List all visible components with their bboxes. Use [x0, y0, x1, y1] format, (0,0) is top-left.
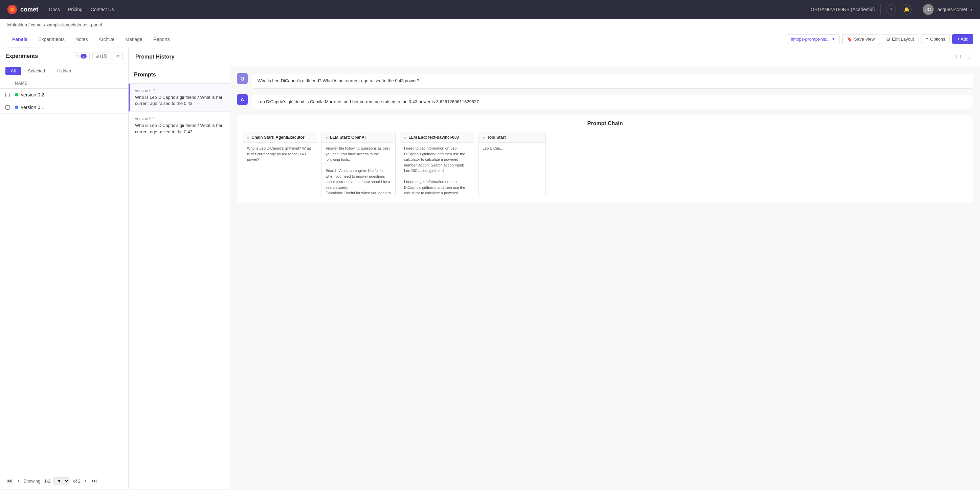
chain-card-1: Chain Start: AgentExecutor Who is Leo Di…	[243, 132, 317, 197]
chain-card-title-1: Chain Start: AgentExecutor	[251, 135, 304, 140]
sidebar-header: Experiments ⇅ 2 ⊞ (15) ⚙	[0, 48, 128, 64]
chain-card-3: LLM End: text-davinci-003 I need to get …	[400, 132, 474, 197]
detail-column: Q Who is Leo DiCaprio's girlfriend? What…	[230, 66, 980, 488]
prompts-column: Prompts version 0.2 Who is Leo DiCaprio'…	[129, 66, 230, 488]
grid-count: (15)	[100, 54, 107, 59]
edit-layout-button[interactable]: ⊞ Edit Layout	[882, 34, 918, 44]
chain-card-body-2: Answer the following questions as best y…	[321, 143, 395, 197]
chain-card-header-3: LLM End: text-davinci-003	[400, 132, 474, 143]
grid-button[interactable]: ⊞ (15)	[92, 52, 110, 60]
avatar-initials: JC	[925, 7, 931, 12]
nav-contact[interactable]: Contact Us	[91, 7, 114, 12]
page-size-select[interactable]: ▼	[54, 477, 69, 485]
sidebar-controls: ⇅ 2 ⊞ (15) ⚙	[73, 52, 123, 60]
chain-card-header-1: Chain Start: AgentExecutor	[243, 132, 317, 143]
answer-text: Leo DiCaprio's girlfriend is Camila Morr…	[258, 99, 480, 104]
filter-tab-hidden[interactable]: Hidden	[52, 67, 76, 75]
page-range: 1-2	[45, 479, 51, 484]
status-dot-blue	[15, 106, 18, 109]
checkbox-v01[interactable]	[5, 105, 10, 110]
chain-card-dot-4	[482, 137, 485, 139]
checkbox-v02[interactable]	[5, 93, 10, 97]
view-selector-label: llmops-prompt-his...	[791, 37, 830, 41]
experiment-filter-tabs: All Selected Hidden	[0, 64, 128, 78]
experiment-row-1[interactable]: version 0.2	[0, 89, 128, 101]
experiment-row-2[interactable]: version 0.1	[0, 101, 128, 114]
question-bubble: Q Who is Leo DiCaprio's girlfriend? What…	[237, 73, 973, 89]
chain-card-2: LLM Start: OpenAI Answer the following q…	[321, 132, 396, 197]
page-last-btn[interactable]: ⏭	[90, 476, 99, 485]
chain-card-dot-2	[326, 137, 328, 139]
of-label: of 2	[72, 479, 81, 484]
status-dot-green	[15, 93, 18, 97]
settings-button[interactable]: ⚙	[113, 52, 123, 60]
answer-content: Leo DiCaprio's girlfriend is Camila Morr…	[252, 94, 973, 110]
exp-checkbox-1[interactable]	[5, 93, 15, 97]
prompt-version-2: version 0.1	[135, 116, 224, 121]
page-prev-btn[interactable]: ‹	[16, 476, 21, 485]
main-tabs: Panels Experiments Notes Archive Manage …	[7, 31, 175, 47]
col-name-header: NAME	[15, 81, 123, 86]
add-label: + Add	[957, 37, 969, 41]
save-icon: 🔖	[847, 37, 852, 41]
chain-title: Prompt Chain	[243, 121, 967, 127]
options-button[interactable]: ≡ Options	[921, 34, 950, 44]
grid-icon: ⊞	[95, 54, 99, 59]
tab-experiments[interactable]: Experiments	[33, 32, 70, 48]
panel-title: Prompt History	[135, 54, 175, 60]
page-next-btn[interactable]: ›	[83, 476, 88, 485]
tab-notes[interactable]: Notes	[70, 32, 94, 48]
pagination: ⏮ ‹ Showing 1-2 ▼ of 2 › ⏭	[0, 473, 128, 488]
save-view-button[interactable]: 🔖 Save View	[842, 34, 879, 44]
nav-docs[interactable]: Docs	[49, 7, 60, 12]
tab-manage[interactable]: Manage	[120, 32, 148, 48]
layout-icon: ⊞	[886, 37, 890, 41]
notification-button[interactable]: 🔔	[902, 5, 912, 14]
filter-tab-all[interactable]: All	[5, 67, 21, 75]
user-name: jacques-comet	[936, 7, 967, 12]
chain-card-title-4: Tool Start	[487, 135, 506, 140]
help-button[interactable]: ?	[886, 5, 896, 14]
chain-card-header-4: Tool Start	[479, 132, 546, 143]
svg-point-2	[11, 8, 14, 11]
breadcrumb-workspace[interactable]: lothiraldan	[7, 22, 27, 27]
tab-archive[interactable]: Archive	[94, 32, 120, 48]
expand-icon: ⬚	[956, 54, 961, 60]
filter-button[interactable]: ⇅ 2	[73, 52, 90, 60]
user-menu-button[interactable]: JC jacques-comet ▼	[923, 4, 973, 15]
breadcrumb: lothiraldan / comet-example-langchain-te…	[0, 19, 980, 31]
tab-panels[interactable]: Panels	[7, 32, 33, 48]
prompt-item-2[interactable]: version 0.1 Who is Leo DiCaprio's girlfr…	[129, 112, 230, 140]
tabs-bar: Panels Experiments Notes Archive Manage …	[0, 31, 980, 48]
page-first-btn[interactable]: ⏮	[5, 476, 14, 485]
add-button[interactable]: + Add	[952, 34, 973, 44]
brand-logo[interactable]: comet	[7, 4, 38, 15]
experiments-table-header: NAME	[0, 78, 128, 89]
exp-checkbox-2[interactable]	[5, 105, 15, 110]
content-area: Prompts version 0.2 Who is Leo DiCaprio'…	[129, 66, 980, 488]
chain-card-4: Tool Start Leo DiCap...	[478, 132, 546, 197]
chain-card-body-3: I need to get information on Leo DiCapri…	[400, 143, 474, 197]
chain-card-dot-3	[404, 137, 406, 139]
experiment-name-2: version 0.1	[21, 105, 44, 110]
more-options-button[interactable]: ⋮	[965, 52, 973, 61]
chevron-down-icon: ▼	[970, 8, 973, 11]
view-selector-button[interactable]: llmops-prompt-his... ▼	[787, 34, 840, 44]
nav-pricing[interactable]: Pricing	[68, 7, 83, 12]
expand-button[interactable]: ⬚	[955, 52, 963, 61]
edit-layout-label: Edit Layout	[892, 37, 914, 41]
tab-reports[interactable]: Reports	[148, 32, 175, 48]
bell-icon: 🔔	[904, 7, 910, 12]
gear-icon: ⚙	[116, 54, 120, 59]
logo-text: comet	[20, 6, 38, 13]
org-label: ORGANIZATIONS (Academic)	[811, 7, 875, 12]
filter-badge: 2	[81, 54, 87, 59]
chain-card-header-2: LLM Start: OpenAI	[321, 132, 395, 143]
filter-tab-selected[interactable]: Selected	[22, 67, 51, 75]
question-icon: Q	[237, 73, 248, 84]
prompts-title: Prompts	[134, 72, 156, 78]
prompt-item-1[interactable]: version 0.2 Who is Leo DiCaprio's girlfr…	[129, 84, 230, 112]
comet-logo-icon	[7, 4, 18, 15]
topnav-right: ORGANIZATIONS (Academic) ? 🔔 JC jacques-…	[811, 4, 974, 15]
chain-card-title-2: LLM Start: OpenAI	[330, 135, 366, 140]
